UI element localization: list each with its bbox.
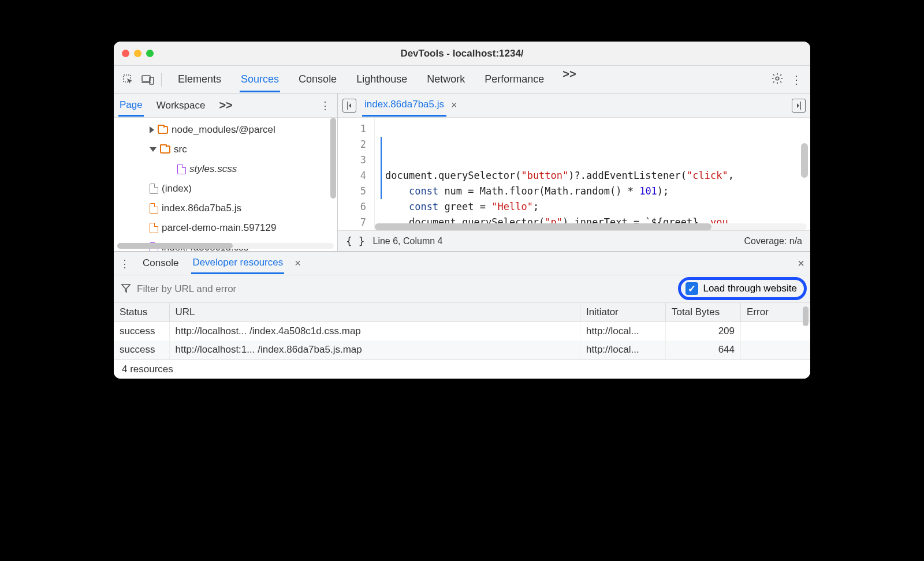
tab-console[interactable]: Console (297, 68, 338, 92)
tab-sources[interactable]: Sources (240, 68, 280, 92)
tree-item[interactable]: src (114, 140, 337, 159)
tabs-overflow-icon[interactable]: >> (562, 68, 576, 92)
editor-status: { } Line 6, Column 4 Coverage: n/a (338, 230, 810, 251)
tree-item[interactable]: node_modules/@parcel (114, 120, 337, 140)
col-bytes[interactable]: Total Bytes (666, 303, 741, 322)
col-url[interactable]: URL (169, 303, 580, 322)
tree-label: node_modules/@parcel (172, 124, 275, 136)
drawer-footer: 4 resources (114, 359, 810, 379)
tree-label: styles.scss (189, 163, 237, 175)
editor-tabs: index.86da7ba5.js × (338, 94, 810, 118)
load-through-website-toggle[interactable]: ✓ Load through website (678, 277, 807, 300)
cursor-position: Line 6, Column 4 (373, 236, 443, 246)
titlebar: DevTools - localhost:1234/ (114, 42, 810, 66)
minimize-icon[interactable] (134, 50, 141, 57)
tree-label: index.86da7ba5.js (162, 203, 241, 214)
file-icon (150, 203, 158, 214)
devtools-window: DevTools - localhost:1234/ Elements Sour… (114, 42, 810, 379)
close-drawer-tab-icon[interactable]: × (295, 257, 301, 270)
drawer-menu-icon[interactable]: ⋮ (120, 257, 130, 270)
sidebar-overflow-icon[interactable]: >> (219, 99, 232, 112)
sidebar-vscroll[interactable] (330, 118, 336, 243)
file-tree: node_modules/@parcelsrcstyles.scss(index… (114, 118, 337, 251)
divider (161, 73, 162, 87)
folder-icon (160, 145, 170, 154)
tree-item[interactable]: styles.scss (114, 159, 337, 179)
editor-vscroll[interactable] (801, 143, 808, 187)
tab-performance[interactable]: Performance (483, 68, 545, 92)
col-initiator[interactable]: Initiator (580, 303, 666, 322)
filter-bar: ✓ Load through website (114, 275, 810, 303)
line-gutter: 1234567 (338, 118, 375, 230)
zoom-icon[interactable] (146, 50, 154, 57)
close-drawer-icon[interactable]: × (798, 257, 804, 270)
settings-icon[interactable] (771, 72, 784, 87)
editor-hscroll[interactable] (375, 223, 807, 230)
filter-input[interactable] (132, 283, 363, 295)
sidebar-menu-icon[interactable]: ⋮ (320, 99, 330, 112)
navigator-sidebar: Page Workspace >> ⋮ node_modules/@parcel… (114, 94, 338, 251)
tab-network[interactable]: Network (426, 68, 466, 92)
drawer-tabs: ⋮ Console Developer resources × × (114, 252, 810, 275)
inspect-icon[interactable] (118, 70, 138, 89)
sidebar-tab-workspace[interactable]: Workspace (155, 95, 207, 115)
more-icon[interactable]: ⋮ (791, 73, 802, 87)
tree-item[interactable]: (index) (114, 179, 337, 199)
editor: index.86da7ba5.js × 1234567 document.que… (338, 94, 810, 251)
resource-count: 4 resources (122, 364, 173, 375)
col-error[interactable]: Error (741, 303, 810, 322)
tree-label: src (174, 144, 187, 155)
format-icon[interactable]: { } (346, 235, 365, 247)
table-row[interactable]: successhttp://localhost:1... /index.86da… (114, 341, 810, 359)
show-debugger-icon[interactable] (792, 99, 806, 113)
file-icon (177, 164, 186, 174)
panel-tabs: Elements Sources Console Lighthouse Netw… (165, 68, 771, 92)
sources-panel: Page Workspace >> ⋮ node_modules/@parcel… (114, 94, 810, 252)
svg-point-4 (776, 77, 779, 80)
svg-rect-1 (142, 76, 150, 81)
tree-item[interactable]: parcel-demo-main.597129 (114, 218, 337, 238)
drawer-vscroll[interactable] (803, 303, 808, 330)
sidebar-tabs: Page Workspace >> ⋮ (114, 94, 337, 118)
tab-lighthouse[interactable]: Lighthouse (355, 68, 408, 92)
folder-icon (158, 126, 168, 134)
file-icon (150, 223, 158, 233)
coverage-status: Coverage: n/a (744, 236, 802, 246)
tree-item[interactable]: index.86da7ba5.js (114, 199, 337, 218)
tree-label: (index) (162, 183, 192, 195)
code-body[interactable]: document.querySelector("button")?.addEve… (375, 118, 734, 230)
toolbar-right: ⋮ (771, 72, 810, 87)
device-icon[interactable] (138, 70, 158, 89)
resources-table-wrap: Status URL Initiator Total Bytes Error s… (114, 303, 810, 359)
file-icon (150, 184, 158, 194)
tree-label: parcel-demo-main.597129 (162, 222, 276, 234)
window-title: DevTools - localhost:1234/ (114, 48, 810, 59)
close-icon[interactable] (122, 50, 129, 57)
main-toolbar: Elements Sources Console Lighthouse Netw… (114, 66, 810, 94)
fold-indicator (381, 137, 382, 199)
checkbox-checked-icon[interactable]: ✓ (685, 282, 698, 295)
code-editor[interactable]: 1234567 document.querySelector("button")… (338, 118, 810, 230)
drawer-tab-devresources[interactable]: Developer resources (191, 253, 284, 274)
caret-icon[interactable] (150, 147, 157, 152)
sidebar-hscroll[interactable] (117, 243, 334, 249)
load-label: Load through website (703, 283, 797, 294)
show-navigator-icon[interactable] (342, 99, 356, 113)
drawer-tab-console[interactable]: Console (141, 254, 180, 273)
close-tab-icon[interactable]: × (451, 99, 457, 111)
tab-elements[interactable]: Elements (177, 68, 222, 92)
caret-icon[interactable] (150, 126, 154, 133)
drawer: ⋮ Console Developer resources × × ✓ Load… (114, 252, 810, 379)
editor-file-tab[interactable]: index.86da7ba5.js (362, 95, 446, 117)
col-status[interactable]: Status (114, 303, 169, 322)
filter-icon[interactable] (121, 283, 132, 295)
resources-table: Status URL Initiator Total Bytes Error s… (114, 303, 810, 359)
sidebar-tab-page[interactable]: Page (118, 95, 144, 117)
table-row[interactable]: successhttp://localhost... /index.4a508c… (114, 322, 810, 341)
traffic-lights (122, 50, 154, 57)
